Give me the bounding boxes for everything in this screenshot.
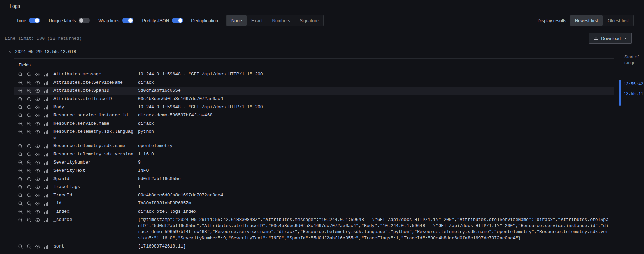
filter-out-value-icon[interactable]	[27, 185, 32, 190]
toggle-visibility-icon[interactable]	[35, 129, 40, 135]
filter-for-value-icon[interactable]	[18, 209, 23, 214]
field-stats-icon[interactable]	[44, 80, 49, 85]
field-stats-icon[interactable]	[44, 160, 49, 165]
filter-for-value-icon[interactable]	[18, 72, 23, 77]
filter-for-value-icon[interactable]	[18, 105, 23, 110]
filter-for-value-icon[interactable]	[18, 129, 23, 135]
filter-for-value-icon[interactable]	[18, 152, 23, 157]
download-button[interactable]: Download	[589, 33, 632, 44]
toggle-visibility-icon[interactable]	[35, 193, 40, 198]
filter-for-value-icon[interactable]	[18, 193, 23, 198]
filter-out-value-icon[interactable]	[27, 72, 32, 77]
field-stats-icon[interactable]	[44, 88, 49, 94]
field-stats-icon[interactable]	[44, 105, 49, 110]
filter-for-value-icon[interactable]	[18, 121, 23, 126]
field-value: opentelemetry	[138, 143, 610, 149]
toggle-visibility-icon[interactable]	[35, 185, 40, 190]
filter-out-value-icon[interactable]	[27, 129, 32, 135]
toggle-visibility-icon[interactable]	[35, 105, 40, 110]
toggle-visibility-icon[interactable]	[35, 88, 40, 94]
display-option-newest-first[interactable]: Newest first	[570, 15, 603, 26]
filter-for-value-icon[interactable]	[18, 113, 23, 118]
field-stats-icon[interactable]	[44, 129, 49, 135]
field-row-spanid: SpanId 5d0df2abf16c055e	[14, 175, 614, 183]
field-stats-icon[interactable]	[44, 209, 49, 214]
field-stats-icon[interactable]	[44, 244, 49, 249]
dedup-option-signature[interactable]: Signature	[295, 15, 323, 26]
toggle-switch-wrap-lines[interactable]	[122, 18, 133, 23]
toggle-visibility-icon[interactable]	[35, 144, 40, 149]
filter-out-value-icon[interactable]	[27, 177, 32, 182]
field-value: 5d0df2abf16c055e	[138, 88, 610, 94]
toggle-visibility-icon[interactable]	[35, 168, 40, 173]
field-key: Attributes.message	[53, 71, 138, 77]
filter-for-value-icon[interactable]	[18, 177, 23, 182]
field-stats-icon[interactable]	[44, 201, 49, 206]
filter-for-value-icon[interactable]	[18, 144, 23, 149]
toggle-visibility-icon[interactable]	[35, 152, 40, 157]
field-stats-icon[interactable]	[44, 121, 49, 126]
filter-for-value-icon[interactable]	[18, 88, 23, 94]
toggle-visibility-icon[interactable]	[35, 72, 40, 77]
filter-out-value-icon[interactable]	[27, 144, 32, 149]
field-row-actions	[18, 129, 53, 135]
filter-for-value-icon[interactable]	[18, 97, 23, 102]
field-row-actions	[18, 96, 53, 102]
toggle-switch-unique-labels[interactable]	[79, 18, 90, 23]
filter-out-value-icon[interactable]	[27, 88, 32, 94]
toggle-item: Wrap lines	[98, 18, 133, 23]
field-stats-icon[interactable]	[44, 97, 49, 102]
toggle-visibility-icon[interactable]	[35, 217, 40, 223]
filter-out-value-icon[interactable]	[27, 209, 32, 214]
toggle-visibility-icon[interactable]	[35, 177, 40, 182]
filter-out-value-icon[interactable]	[27, 113, 32, 118]
filter-out-value-icon[interactable]	[27, 217, 32, 223]
collapse-chevron-icon[interactable]	[8, 50, 12, 54]
field-stats-icon[interactable]	[44, 177, 49, 182]
dedup-option-exact[interactable]: Exact	[247, 15, 267, 26]
filter-out-value-icon[interactable]	[27, 105, 32, 110]
toggle-switch-time[interactable]	[29, 18, 40, 23]
field-stats-icon[interactable]	[44, 152, 49, 157]
toggle-switch-prettify-json[interactable]	[172, 18, 183, 23]
field-stats-icon[interactable]	[44, 193, 49, 198]
range-selection-bar[interactable]	[619, 80, 621, 106]
filter-out-value-icon[interactable]	[27, 244, 32, 249]
display-option-oldest-first[interactable]: Oldest first	[603, 15, 633, 26]
filter-out-value-icon[interactable]	[27, 160, 32, 165]
filter-out-value-icon[interactable]	[27, 97, 32, 102]
toggle-visibility-icon[interactable]	[35, 201, 40, 206]
toggle-visibility-icon[interactable]	[35, 121, 40, 126]
toggle-visibility-icon[interactable]	[35, 160, 40, 165]
filter-out-value-icon[interactable]	[27, 193, 32, 198]
toggle-visibility-icon[interactable]	[35, 80, 40, 85]
field-stats-icon[interactable]	[44, 168, 49, 173]
toggle-visibility-icon[interactable]	[35, 244, 40, 249]
field-stats-icon[interactable]	[44, 113, 49, 118]
field-stats-icon[interactable]	[44, 185, 49, 190]
filter-out-value-icon[interactable]	[27, 201, 32, 206]
filter-for-value-icon[interactable]	[18, 185, 23, 190]
toggle-visibility-icon[interactable]	[35, 209, 40, 214]
dedup-option-none[interactable]: None	[227, 15, 247, 26]
filter-for-value-icon[interactable]	[18, 201, 23, 206]
log-entry-header[interactable]: 2024-05-29 13:55:42.618	[0, 49, 644, 54]
filter-out-value-icon[interactable]	[27, 152, 32, 157]
filter-for-value-icon[interactable]	[18, 160, 23, 165]
toggle-visibility-icon[interactable]	[35, 113, 40, 118]
field-stats-icon[interactable]	[44, 144, 49, 149]
field-value: python	[138, 129, 610, 135]
field-stats-icon[interactable]	[44, 217, 49, 223]
display-results-label: Display results	[537, 18, 566, 23]
filter-out-value-icon[interactable]	[27, 121, 32, 126]
filter-for-value-icon[interactable]	[18, 217, 23, 223]
filter-for-value-icon[interactable]	[18, 244, 23, 249]
field-stats-icon[interactable]	[44, 72, 49, 77]
toggle-visibility-icon[interactable]	[35, 97, 40, 102]
filter-for-value-icon[interactable]	[18, 168, 23, 173]
field-row-actions	[18, 71, 53, 77]
filter-out-value-icon[interactable]	[27, 80, 32, 85]
filter-out-value-icon[interactable]	[27, 168, 32, 173]
dedup-option-numbers[interactable]: Numbers	[267, 15, 295, 26]
filter-for-value-icon[interactable]	[18, 80, 23, 85]
